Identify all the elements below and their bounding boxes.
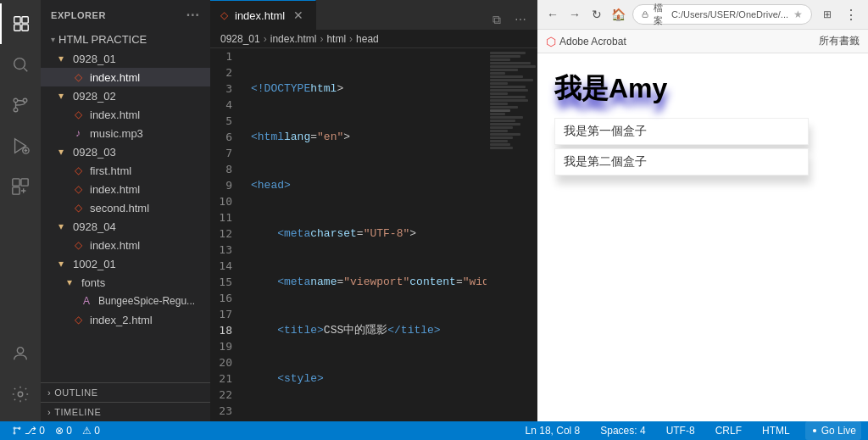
adobe-acrobat-bookmark[interactable]: ⬡ Adobe Acrobat <box>546 35 626 48</box>
timeline-header[interactable]: › TIMELINE <box>41 403 210 421</box>
back-button[interactable]: ← <box>544 4 561 25</box>
code-line: <title>CSS中的隱影</title> <box>251 322 487 338</box>
branch-icon <box>12 426 22 436</box>
settings-icon[interactable] <box>0 374 41 415</box>
html-file-icon-4: ◇ <box>71 182 85 196</box>
sidebar-section-html-practice[interactable]: ▾ HTML PRACTICE <box>41 30 210 49</box>
sidebar-item-0928_01[interactable]: ▾ 0928_01 <box>41 49 210 68</box>
breadcrumb-sep-3: › <box>349 33 353 45</box>
sidebar-item-index-html-1[interactable]: ◇ index.html <box>41 68 210 86</box>
all-bookmarks-link[interactable]: 所有書籤 <box>819 34 860 48</box>
sidebar-item-index-html-4[interactable]: ◇ index.html <box>41 236 210 254</box>
star-icon[interactable]: ★ <box>793 8 803 20</box>
sidebar-item-1002_01[interactable]: ▾ 1002_01 <box>41 254 210 273</box>
sidebar-item-index2-html[interactable]: ◇ index_2.html <box>41 310 210 329</box>
extensions-preview-icon[interactable]: ⊞ <box>817 4 837 25</box>
go-live-button[interactable]: Go Live <box>805 421 861 440</box>
adobe-icon: ⬡ <box>546 35 556 48</box>
svg-rect-3 <box>22 25 28 31</box>
timeline-panel: › TIMELINE <box>41 402 210 421</box>
tab-close-button[interactable]: ✕ <box>292 8 305 22</box>
more-options-icon[interactable]: ⋮ <box>841 4 861 25</box>
sidebar-item-second-html[interactable]: ◇ second.html <box>41 198 210 217</box>
line-numbers: 1 2 3 4 5 6 7 8 9 10 11 12 13 14 15 16 1 <box>210 48 244 421</box>
warnings-status[interactable]: ⚠ 0 <box>77 421 105 440</box>
mp3-file-icon: ♪ <box>71 126 85 140</box>
code-line: <html lang="en"> <box>251 129 487 145</box>
line-ending-status[interactable]: CRLF <box>710 421 747 440</box>
git-branch-status[interactable]: ⎇ 0 <box>7 421 50 440</box>
svg-point-6 <box>14 98 18 103</box>
chevron-right-icon: › <box>47 387 51 398</box>
chevron-down-icon: ▾ <box>51 35 55 44</box>
source-control-icon[interactable] <box>0 85 41 125</box>
minimap[interactable] <box>487 48 537 421</box>
outline-panel: › OUTLINE <box>41 382 210 402</box>
activity-bar <box>0 0 41 421</box>
breadcrumb-html[interactable]: html <box>326 33 346 45</box>
svg-rect-19 <box>643 14 648 18</box>
preview-content: 我是Amy 我是第一個盒子 我是第二個盒子 <box>537 53 868 421</box>
code-line: <meta name="viewport" content="width=dev… <box>251 274 487 290</box>
spaces-status[interactable]: Spaces: 4 <box>595 421 650 440</box>
outline-header[interactable]: › OUTLINE <box>41 383 210 402</box>
live-icon <box>810 426 819 435</box>
breadcrumb-folder[interactable]: 0928_01 <box>220 33 260 45</box>
sidebar-item-index-html-2[interactable]: ◇ index.html <box>41 105 210 124</box>
sidebar: EXPLORER ⋯ ▾ HTML PRACTICE ▾ 0928_01 ◇ i… <box>41 0 210 421</box>
errors-status[interactable]: ⊗ 0 <box>50 421 77 440</box>
code-line: <style> <box>251 370 487 387</box>
sidebar-item-fonts[interactable]: ▾ fonts <box>41 273 210 292</box>
sidebar-item-0928_03[interactable]: ▾ 0928_03 <box>41 142 210 161</box>
sidebar-item-first-html[interactable]: ◇ first.html <box>41 161 210 180</box>
explorer-icon[interactable] <box>0 3 41 44</box>
svg-point-4 <box>14 58 25 70</box>
forward-button[interactable]: → <box>566 4 583 25</box>
extensions-icon[interactable] <box>0 166 41 207</box>
folder-icon-3: ▾ <box>54 145 68 159</box>
lock-icon <box>642 9 648 19</box>
svg-rect-14 <box>13 179 19 186</box>
breadcrumb-head[interactable]: head <box>356 33 379 45</box>
code-line: h1{ <box>251 419 487 421</box>
sidebar-item-0928_04[interactable]: ▾ 0928_04 <box>41 217 210 236</box>
ln-col-status[interactable]: Ln 18, Col 8 <box>520 421 586 440</box>
folder-icon-5: ▾ <box>54 257 68 270</box>
preview-toolbar: ← → ↻ 🏠 檔案 C:/Users/USER/OneDrive/... ★ … <box>537 0 868 30</box>
url-path: C:/Users/USER/OneDrive/... <box>671 9 788 19</box>
code-editor[interactable]: 1 2 3 4 5 6 7 8 9 10 11 12 13 14 15 16 1 <box>210 48 537 421</box>
html-file-icon: ◇ <box>71 70 85 84</box>
sidebar-header: EXPLORER ⋯ <box>41 0 210 30</box>
more-actions-icon[interactable]: ⋯ <box>510 9 531 30</box>
encoding-status[interactable]: UTF-8 <box>661 421 700 440</box>
sidebar-item-0928_02[interactable]: ▾ 0928_02 <box>41 86 210 105</box>
svg-point-17 <box>17 348 23 354</box>
search-icon[interactable] <box>0 44 41 85</box>
svg-point-8 <box>14 108 18 112</box>
tab-index-html[interactable]: ◇ index.html ✕ <box>210 0 316 30</box>
url-bar[interactable]: 檔案 C:/Users/USER/OneDrive/... ★ <box>632 4 812 25</box>
language-status[interactable]: HTML <box>757 421 795 440</box>
split-editor-icon[interactable]: ⧉ <box>487 9 507 30</box>
breadcrumb-sep-1: › <box>264 33 267 45</box>
sidebar-item-music-mp3[interactable]: ♪ music.mp3 <box>41 124 210 142</box>
refresh-button[interactable]: ↻ <box>588 4 605 25</box>
sidebar-item-bungeespice[interactable]: A BungeeSpice-Regu... <box>41 292 210 310</box>
html-tab-icon: ◇ <box>220 9 228 21</box>
account-icon[interactable] <box>0 333 41 374</box>
sidebar-item-index-html-3[interactable]: ◇ index.html <box>41 180 210 198</box>
url-file-label: 檔案 <box>654 2 666 27</box>
run-icon[interactable] <box>0 125 41 166</box>
svg-point-24 <box>813 429 816 432</box>
chevron-right-icon-2: › <box>47 407 51 417</box>
svg-marker-10 <box>15 139 26 153</box>
code-content[interactable]: <!DOCTYPE html> <html lang="en"> <head> … <box>244 48 487 421</box>
breadcrumb-sep-2: › <box>320 33 323 45</box>
svg-rect-1 <box>22 17 28 23</box>
breadcrumb-file[interactable]: index.html <box>270 33 317 45</box>
html-file-icon-2: ◇ <box>71 108 85 121</box>
sidebar-more-icon[interactable]: ⋯ <box>186 7 200 23</box>
svg-rect-15 <box>21 179 28 186</box>
home-button[interactable]: 🏠 <box>610 4 627 25</box>
html-file-icon-3: ◇ <box>71 164 85 177</box>
